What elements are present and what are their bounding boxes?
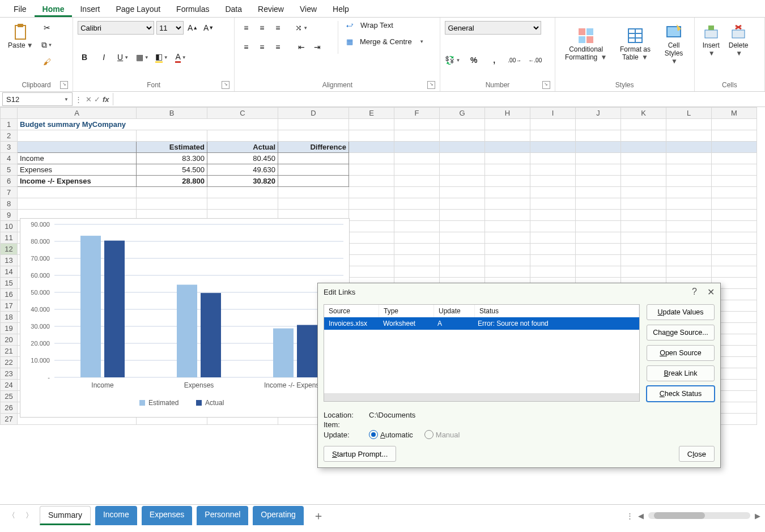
cell[interactable] bbox=[349, 232, 394, 244]
cell[interactable] bbox=[621, 210, 666, 221]
menu-home[interactable]: Home bbox=[35, 1, 73, 17]
cell[interactable] bbox=[394, 232, 440, 244]
cell[interactable] bbox=[576, 221, 621, 232]
col-header[interactable]: L bbox=[666, 108, 712, 119]
clipboard-dialog-launcher[interactable]: ↘ bbox=[60, 81, 68, 89]
cell[interactable] bbox=[440, 164, 485, 176]
cell[interactable] bbox=[440, 210, 485, 221]
decrease-decimal-button[interactable]: ←.00 bbox=[528, 53, 542, 67]
check-status-button[interactable]: Check Status bbox=[647, 386, 715, 402]
row-header[interactable]: 9 bbox=[1, 210, 18, 221]
cell[interactable] bbox=[712, 244, 757, 255]
row-header[interactable]: 27 bbox=[1, 414, 18, 425]
cell[interactable] bbox=[666, 187, 712, 198]
cell[interactable] bbox=[485, 130, 530, 142]
cell[interactable] bbox=[621, 244, 666, 255]
cell[interactable] bbox=[485, 176, 530, 187]
cell[interactable]: Income bbox=[18, 153, 137, 164]
cell[interactable] bbox=[349, 187, 394, 198]
row-header[interactable]: 19 bbox=[1, 323, 18, 334]
cell[interactable] bbox=[530, 164, 576, 176]
cell[interactable] bbox=[530, 130, 576, 142]
number-format-select[interactable]: General bbox=[445, 21, 541, 35]
cell[interactable] bbox=[394, 221, 440, 232]
cell[interactable] bbox=[207, 198, 278, 210]
row-header[interactable]: 25 bbox=[1, 391, 18, 402]
menu-file[interactable]: File bbox=[6, 1, 35, 17]
cell[interactable] bbox=[712, 176, 757, 187]
cell[interactable] bbox=[530, 119, 576, 130]
cell[interactable] bbox=[485, 187, 530, 198]
alignment-dialog-launcher[interactable]: ↘ bbox=[427, 81, 435, 89]
name-box[interactable]: S12▼ bbox=[2, 92, 73, 106]
cell[interactable] bbox=[18, 142, 137, 153]
cell[interactable] bbox=[485, 221, 530, 232]
cell[interactable] bbox=[278, 164, 349, 176]
cell[interactable] bbox=[137, 130, 207, 142]
cell[interactable]: Difference bbox=[278, 142, 349, 153]
cell[interactable] bbox=[440, 142, 485, 153]
cell[interactable] bbox=[394, 119, 440, 130]
open-source-button[interactable]: Open Source bbox=[647, 345, 715, 361]
break-link-button[interactable]: Break Link bbox=[647, 365, 715, 381]
orientation-button[interactable]: ⤭▼ bbox=[295, 21, 308, 35]
menu-page-layout[interactable]: Page Layout bbox=[108, 1, 168, 17]
cell[interactable] bbox=[137, 198, 207, 210]
cell[interactable]: 28.800 bbox=[137, 176, 207, 187]
col-update[interactable]: Update bbox=[434, 305, 475, 317]
border-button[interactable]: ▦▼ bbox=[135, 50, 149, 64]
cell[interactable] bbox=[530, 153, 576, 164]
cell[interactable] bbox=[666, 266, 712, 278]
cell[interactable] bbox=[666, 130, 712, 142]
cell[interactable] bbox=[440, 198, 485, 210]
row-header[interactable]: 22 bbox=[1, 357, 18, 368]
cell[interactable] bbox=[485, 153, 530, 164]
row-header[interactable]: 21 bbox=[1, 346, 18, 357]
row-header[interactable]: 11 bbox=[1, 232, 18, 244]
cell[interactable] bbox=[666, 244, 712, 255]
cell[interactable] bbox=[530, 221, 576, 232]
cell[interactable] bbox=[394, 176, 440, 187]
bold-button[interactable]: B bbox=[78, 50, 91, 64]
cell[interactable] bbox=[576, 130, 621, 142]
row-header[interactable]: 5 bbox=[1, 164, 18, 176]
col-header[interactable]: G bbox=[440, 108, 485, 119]
accounting-format-button[interactable]: 💱▼ bbox=[445, 53, 460, 67]
cell[interactable] bbox=[712, 221, 757, 232]
cell[interactable] bbox=[485, 164, 530, 176]
cell[interactable] bbox=[621, 187, 666, 198]
row-header[interactable]: 4 bbox=[1, 153, 18, 164]
cell[interactable] bbox=[440, 119, 485, 130]
col-header[interactable]: I bbox=[530, 108, 576, 119]
col-type[interactable]: Type bbox=[379, 305, 434, 317]
cell[interactable]: Estimated bbox=[137, 142, 207, 153]
font-color-button[interactable]: A▼ bbox=[174, 50, 188, 64]
cell[interactable] bbox=[712, 198, 757, 210]
cell[interactable] bbox=[485, 210, 530, 221]
cell[interactable] bbox=[621, 130, 666, 142]
cell[interactable] bbox=[207, 130, 278, 142]
cell[interactable] bbox=[349, 266, 394, 278]
cell[interactable] bbox=[712, 266, 757, 278]
cell[interactable] bbox=[576, 210, 621, 221]
cell[interactable] bbox=[394, 130, 440, 142]
cell[interactable] bbox=[576, 198, 621, 210]
cell[interactable] bbox=[349, 119, 394, 130]
cell[interactable] bbox=[440, 232, 485, 244]
cell[interactable] bbox=[394, 187, 440, 198]
cell[interactable] bbox=[576, 232, 621, 244]
cell[interactable] bbox=[349, 255, 394, 266]
row-header[interactable]: 13 bbox=[1, 255, 18, 266]
cell[interactable] bbox=[394, 198, 440, 210]
row-header[interactable]: 17 bbox=[1, 300, 18, 312]
budget-chart[interactable]: -10.00020.00030.00040.00050.00060.00070.… bbox=[20, 218, 350, 418]
align-center-button[interactable]: ≡ bbox=[255, 40, 269, 54]
cell[interactable] bbox=[278, 153, 349, 164]
row-header[interactable]: 26 bbox=[1, 402, 18, 414]
cell[interactable] bbox=[621, 232, 666, 244]
help-button[interactable]: ? bbox=[692, 287, 697, 297]
cell[interactable] bbox=[621, 176, 666, 187]
cell[interactable] bbox=[278, 119, 349, 130]
italic-button[interactable]: I bbox=[97, 50, 110, 64]
row-header[interactable]: 12 bbox=[1, 244, 18, 255]
